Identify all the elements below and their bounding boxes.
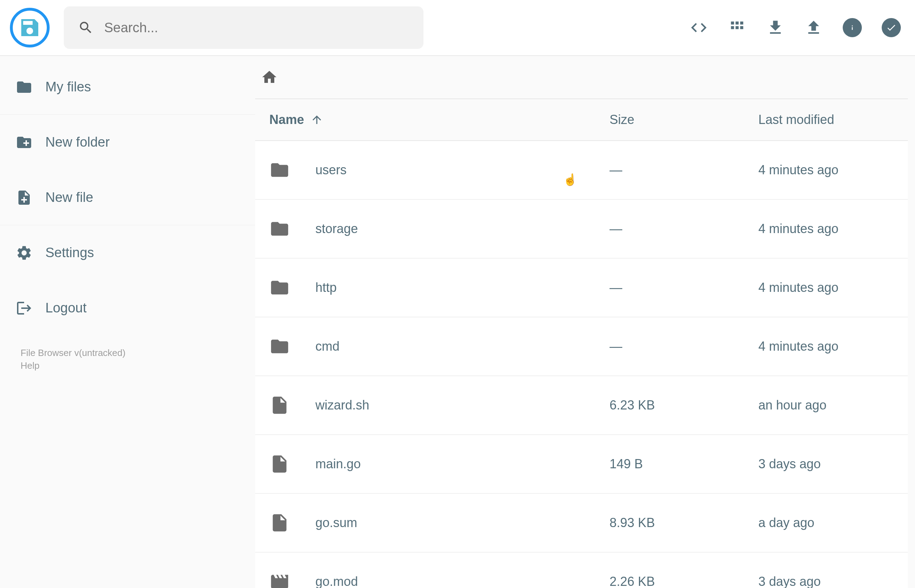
upload-icon <box>804 18 823 37</box>
folder-icon <box>269 160 290 180</box>
folder-icon <box>269 336 290 357</box>
file-name: go.sum <box>315 515 609 530</box>
header <box>0 0 915 56</box>
sidebar-footer: File Browser v(untracked) Help <box>0 336 255 383</box>
column-header-size[interactable]: Size <box>609 112 758 127</box>
file-name: wizard.sh <box>315 398 609 413</box>
folder-icon <box>16 79 32 95</box>
view-grid-button[interactable] <box>728 18 746 37</box>
sidebar-item-label: My files <box>45 79 91 95</box>
folder-icon <box>269 218 290 239</box>
toggle-shell-button[interactable] <box>690 18 708 37</box>
search-icon <box>78 20 94 36</box>
file-row[interactable]: http—4 minutes ago <box>255 258 908 317</box>
version-text: File Browser v(untracked) <box>21 346 234 359</box>
file-row[interactable]: storage—4 minutes ago <box>255 200 908 258</box>
grid-icon <box>728 18 746 37</box>
file-name: go.mod <box>315 574 609 588</box>
new-file-icon <box>16 189 32 206</box>
column-label: Name <box>269 112 304 127</box>
column-header-name[interactable]: Name <box>269 112 609 127</box>
file-name: main.go <box>315 457 609 472</box>
file-modified: 4 minutes ago <box>758 221 894 236</box>
file-size: 149 B <box>609 457 758 472</box>
sidebar-item-label: Settings <box>45 245 94 260</box>
app-logo[interactable] <box>10 8 50 47</box>
file-size: — <box>609 280 758 295</box>
file-size: 6.23 KB <box>609 398 758 413</box>
check-icon <box>886 22 897 33</box>
file-row[interactable]: wizard.sh6.23 KBan hour ago <box>255 376 908 435</box>
file-modified: an hour ago <box>758 398 894 413</box>
column-header-modified[interactable]: Last modified <box>758 112 894 127</box>
file-name: http <box>315 280 609 295</box>
code-icon <box>690 18 708 37</box>
file-row[interactable]: cmd—4 minutes ago <box>255 317 908 376</box>
file-modified: a day ago <box>758 515 894 530</box>
file-list: users—4 minutes agostorage—4 minutes ago… <box>255 141 908 588</box>
file-size: — <box>609 221 758 236</box>
download-icon <box>766 18 785 37</box>
help-link[interactable]: Help <box>21 359 234 372</box>
floppy-disk-icon <box>18 16 41 39</box>
sidebar-item-logout[interactable]: Logout <box>0 281 255 336</box>
file-icon <box>269 454 290 474</box>
sidebar: My files New folder New file Settings Lo… <box>0 56 255 588</box>
upload-button[interactable] <box>804 18 823 37</box>
breadcrumb <box>255 56 908 99</box>
select-button[interactable] <box>882 18 901 37</box>
arrow-up-icon <box>310 113 323 126</box>
file-modified: 4 minutes ago <box>758 163 894 178</box>
movie-icon <box>269 571 290 588</box>
file-row[interactable]: main.go149 B3 days ago <box>255 435 908 494</box>
new-folder-icon <box>16 134 32 151</box>
file-name: storage <box>315 221 609 236</box>
column-label: Last modified <box>758 112 834 127</box>
home-icon[interactable] <box>261 69 278 86</box>
sidebar-item-new-folder[interactable]: New folder <box>0 115 255 170</box>
search-box[interactable] <box>64 6 424 49</box>
sidebar-item-new-file[interactable]: New file <box>0 170 255 225</box>
file-row[interactable]: go.mod2.26 KB3 days ago <box>255 552 908 588</box>
file-modified: 4 minutes ago <box>758 280 894 295</box>
sidebar-item-label: New file <box>45 190 93 205</box>
download-button[interactable] <box>766 18 785 37</box>
sidebar-item-label: Logout <box>45 300 86 316</box>
info-icon <box>847 22 858 33</box>
file-row[interactable]: go.sum8.93 KBa day ago <box>255 494 908 552</box>
main-content: Name Size Last modified users—4 minutes … <box>255 56 915 588</box>
column-label: Size <box>609 112 634 127</box>
file-size: 8.93 KB <box>609 515 758 530</box>
file-icon <box>269 512 290 533</box>
file-size: 2.26 KB <box>609 574 758 588</box>
header-actions <box>690 18 901 37</box>
file-name: cmd <box>315 339 609 354</box>
sidebar-item-settings[interactable]: Settings <box>0 225 255 281</box>
file-row[interactable]: users—4 minutes ago <box>255 141 908 200</box>
folder-icon <box>269 277 290 298</box>
file-modified: 3 days ago <box>758 457 894 472</box>
list-header: Name Size Last modified <box>255 99 908 141</box>
logout-icon <box>16 300 32 317</box>
search-input[interactable] <box>104 20 409 36</box>
sidebar-item-my-files[interactable]: My files <box>0 60 255 115</box>
file-size: — <box>609 163 758 178</box>
file-size: — <box>609 339 758 354</box>
file-modified: 4 minutes ago <box>758 339 894 354</box>
file-icon <box>269 395 290 415</box>
info-button[interactable] <box>843 18 862 37</box>
sidebar-item-label: New folder <box>45 135 110 150</box>
gear-icon <box>16 244 32 262</box>
file-name: users <box>315 163 609 178</box>
file-modified: 3 days ago <box>758 574 894 588</box>
